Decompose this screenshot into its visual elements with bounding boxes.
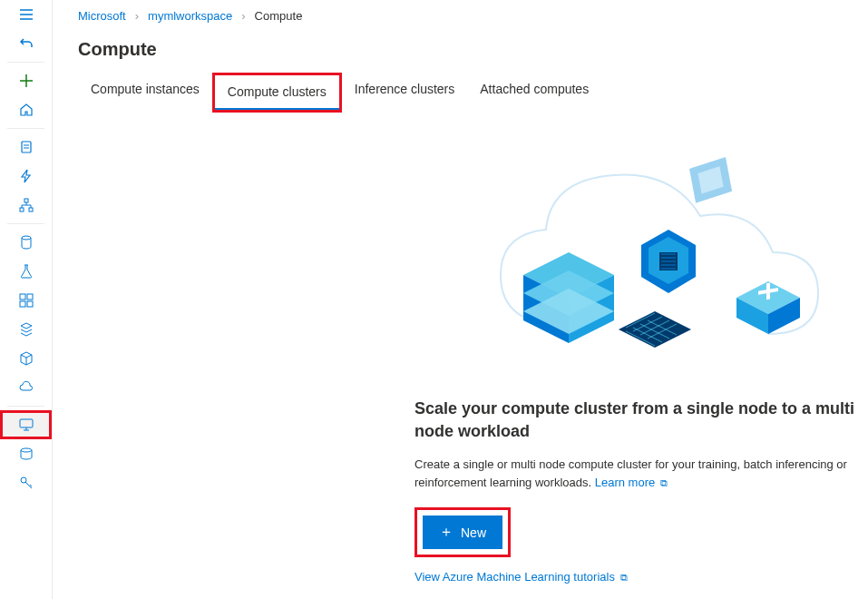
divider (7, 223, 44, 224)
svg-rect-2 (20, 208, 24, 211)
new-button[interactable]: ＋ New (423, 516, 502, 549)
external-link-icon: ⧉ (620, 572, 628, 584)
disk-icon[interactable] (0, 439, 52, 468)
undo-icon[interactable] (0, 29, 52, 58)
svg-point-4 (22, 236, 31, 240)
hero-heading: Scale your compute cluster from a single… (414, 398, 868, 443)
svg-rect-6 (27, 294, 33, 300)
cube-icon[interactable] (0, 344, 52, 373)
monitor-icon[interactable] (0, 410, 52, 439)
cloud-illustration (446, 143, 836, 379)
svg-rect-3 (29, 208, 33, 211)
clipboard-icon[interactable] (0, 133, 52, 162)
svg-rect-5 (20, 294, 25, 300)
tutorials-link[interactable]: View Azure Machine Learning tutorials ⧉ (414, 570, 868, 584)
svg-rect-7 (20, 301, 25, 307)
grid-icon[interactable] (0, 286, 52, 315)
tab-inference-clusters[interactable]: Inference clusters (342, 73, 468, 107)
divider (7, 406, 44, 407)
new-button-highlight: ＋ New (414, 507, 511, 557)
page-title: Compute (78, 39, 868, 60)
tab-compute-clusters[interactable]: Compute clusters (215, 75, 339, 110)
cloud-icon[interactable] (0, 373, 52, 402)
learn-more-link[interactable]: Learn more ⧉ (595, 476, 668, 489)
external-link-icon: ⧉ (660, 476, 668, 491)
home-icon[interactable] (0, 95, 52, 124)
main-content: Microsoft › mymlworkspace › Compute Comp… (53, 0, 868, 599)
breadcrumb: Microsoft › mymlworkspace › Compute (78, 0, 868, 35)
sidebar (0, 0, 53, 599)
divider (7, 62, 44, 63)
flask-icon[interactable] (0, 257, 52, 286)
tab-attached-computes[interactable]: Attached computes (467, 73, 601, 107)
svg-rect-0 (22, 142, 31, 152)
svg-rect-1 (24, 199, 28, 202)
lightning-icon[interactable] (0, 162, 52, 191)
svg-rect-9 (20, 419, 33, 427)
breadcrumb-link[interactable]: mymlworkspace (148, 9, 232, 23)
hero-panel: Scale your compute cluster from a single… (414, 143, 868, 584)
chevron-right-icon: › (241, 9, 245, 23)
breadcrumb-current: Compute (255, 9, 303, 23)
stack-icon[interactable] (0, 315, 52, 344)
svg-rect-8 (27, 301, 33, 307)
tabs: Compute instances Compute clusters Infer… (78, 73, 868, 113)
key-icon[interactable] (0, 468, 52, 497)
plus-icon[interactable] (0, 66, 52, 95)
menu-icon[interactable] (0, 0, 52, 29)
hero-description: Create a single or multi node compute cl… (414, 456, 868, 491)
breadcrumb-link[interactable]: Microsoft (78, 9, 126, 23)
network-icon[interactable] (0, 191, 52, 220)
divider (7, 128, 44, 129)
tab-compute-instances[interactable]: Compute instances (78, 73, 212, 107)
svg-point-10 (21, 448, 32, 452)
plus-icon: ＋ (439, 523, 454, 542)
database-icon[interactable] (0, 228, 52, 257)
svg-marker-22 (619, 311, 691, 348)
chevron-right-icon: › (135, 9, 139, 23)
